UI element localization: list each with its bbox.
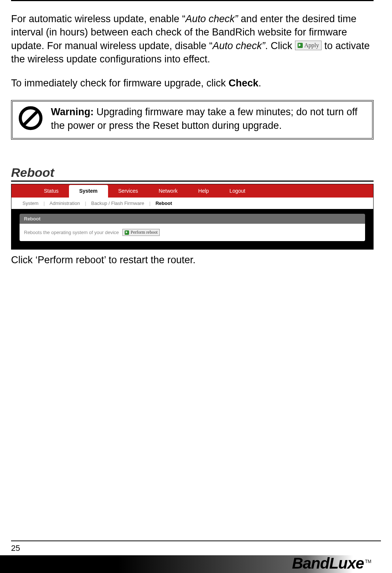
page-number: 25 xyxy=(11,543,392,553)
subnav-administration[interactable]: Administration xyxy=(49,200,80,206)
separator-icon: | xyxy=(44,200,45,206)
play-icon xyxy=(125,230,129,235)
subnav-system[interactable]: System xyxy=(22,200,38,206)
panel-description: Reboots the operating system of your dev… xyxy=(24,230,119,235)
warning-text: Warning: Upgrading firmware may take a f… xyxy=(51,105,367,132)
apply-button-label: Apply xyxy=(304,41,319,49)
separator-icon: | xyxy=(149,200,150,206)
tab-network[interactable]: Network xyxy=(148,184,188,198)
tab-logout[interactable]: Logout xyxy=(219,184,256,198)
paragraph-check: To immediately check for firmware upgrad… xyxy=(11,76,374,90)
prohibited-icon xyxy=(18,105,44,131)
warning-label: Warning: xyxy=(51,106,94,117)
tab-services[interactable]: Services xyxy=(108,184,149,198)
separator-icon: | xyxy=(85,200,86,206)
text: To immediately check for firmware upgrad… xyxy=(11,78,229,89)
tab-status[interactable]: Status xyxy=(34,184,69,198)
warning-callout: Warning: Upgrading firmware may take a f… xyxy=(11,100,374,140)
perform-reboot-button[interactable]: Perform reboot xyxy=(122,229,160,236)
text: For automatic wireless update, enable “ xyxy=(11,13,185,24)
panel-title: Reboot xyxy=(20,214,365,224)
emphasis-auto-check-1: Auto check” xyxy=(185,13,241,24)
subnav-backup[interactable]: Backup / Flash Firmware xyxy=(91,200,144,206)
brand-text: BandLuxe xyxy=(292,555,364,572)
brand-logo: BandLuxeTM xyxy=(292,555,371,572)
text: . Click xyxy=(265,40,295,51)
section-heading-reboot: Reboot xyxy=(11,165,374,182)
check-label: Check xyxy=(229,78,259,89)
subnav-reboot[interactable]: Reboot xyxy=(156,200,172,206)
panel-body: Reboots the operating system of your dev… xyxy=(20,224,365,241)
emphasis-auto-check-2: Auto check” xyxy=(212,40,265,51)
footer-bar: BandLuxeTM xyxy=(0,555,392,573)
play-icon xyxy=(298,43,303,48)
router-ui-screenshot: Status System Services Network Help Logo… xyxy=(11,184,374,250)
tab-help[interactable]: Help xyxy=(188,184,219,198)
topnav: Status System Services Network Help Logo… xyxy=(11,184,373,198)
subnav: System | Administration | Backup / Flash… xyxy=(11,198,373,209)
top-rule xyxy=(11,0,374,1)
svg-line-1 xyxy=(23,111,38,126)
paragraph-auto-check: For automatic wireless update, enable “A… xyxy=(11,12,374,66)
text: . xyxy=(259,78,261,89)
perform-reboot-label: Perform reboot xyxy=(131,230,157,235)
footer-rule xyxy=(11,541,381,541)
tab-system[interactable]: System xyxy=(69,185,108,198)
caption-perform-reboot: Click ‘Perform reboot’ to restart the ro… xyxy=(11,253,374,267)
apply-button[interactable]: Apply xyxy=(295,41,322,50)
trademark-icon: TM xyxy=(365,559,371,564)
warning-body: Upgrading firmware may take a few minute… xyxy=(51,106,357,131)
page-footer: 25 BandLuxeTM xyxy=(0,541,392,573)
